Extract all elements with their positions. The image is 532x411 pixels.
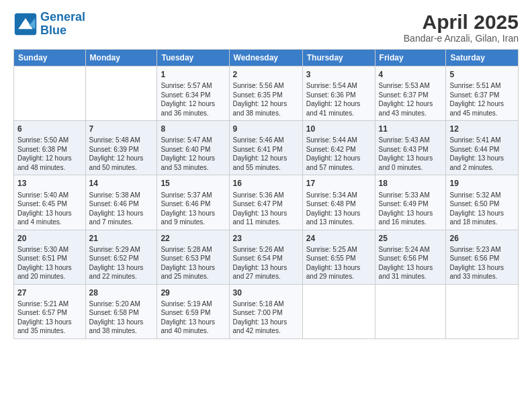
calendar-cell: 9Sunrise: 5:46 AMSunset: 6:41 PMDaylight… bbox=[229, 121, 302, 175]
logo-icon bbox=[13, 12, 38, 36]
day-number: 30 bbox=[233, 287, 299, 298]
daylight-text: Daylight: 13 hours and 42 minutes. bbox=[233, 318, 287, 335]
daylight-text: Daylight: 13 hours and 7 minutes. bbox=[89, 210, 144, 226]
day-number: 25 bbox=[379, 233, 443, 244]
sunrise-text: Sunrise: 5:46 AM bbox=[233, 136, 284, 144]
sunset-text: Sunset: 6:39 PM bbox=[89, 146, 139, 153]
calendar-week-4: 27Sunrise: 5:21 AMSunset: 6:57 PMDayligh… bbox=[14, 284, 519, 338]
daylight-text: Daylight: 12 hours and 41 minutes. bbox=[306, 100, 361, 117]
sunset-text: Sunset: 6:47 PM bbox=[233, 200, 283, 208]
daylight-text: Daylight: 13 hours and 13 minutes. bbox=[306, 210, 361, 226]
daylight-text: Daylight: 13 hours and 20 minutes. bbox=[17, 264, 72, 281]
sunrise-text: Sunrise: 5:38 AM bbox=[89, 191, 140, 199]
sunrise-text: Sunrise: 5:43 AM bbox=[379, 136, 430, 144]
daylight-text: Daylight: 13 hours and 40 minutes. bbox=[161, 318, 215, 335]
sunrise-text: Sunrise: 5:33 AM bbox=[379, 191, 430, 199]
calendar-cell: 24Sunrise: 5:25 AMSunset: 6:55 PMDayligh… bbox=[302, 230, 375, 284]
sunset-text: Sunset: 6:58 PM bbox=[89, 309, 139, 316]
day-number: 4 bbox=[379, 69, 443, 80]
sunset-text: Sunset: 6:35 PM bbox=[233, 91, 283, 99]
sunset-text: Sunset: 6:52 PM bbox=[89, 255, 139, 262]
col-header-wednesday: Wednesday bbox=[229, 50, 302, 66]
day-number: 15 bbox=[161, 178, 225, 189]
daylight-text: Daylight: 12 hours and 53 minutes. bbox=[161, 154, 215, 171]
day-number: 20 bbox=[17, 233, 82, 244]
daylight-text: Daylight: 12 hours and 36 minutes. bbox=[161, 100, 215, 117]
sunrise-text: Sunrise: 5:18 AM bbox=[233, 300, 284, 308]
daylight-text: Daylight: 13 hours and 25 minutes. bbox=[161, 264, 215, 281]
sunset-text: Sunset: 6:49 PM bbox=[379, 200, 429, 208]
calendar-cell: 18Sunrise: 5:33 AMSunset: 6:49 PMDayligh… bbox=[375, 175, 446, 230]
daylight-text: Daylight: 13 hours and 11 minutes. bbox=[233, 210, 287, 226]
sunrise-text: Sunrise: 5:28 AM bbox=[161, 246, 212, 253]
sunrise-text: Sunrise: 5:34 AM bbox=[306, 191, 357, 199]
day-number: 8 bbox=[161, 124, 225, 134]
col-header-tuesday: Tuesday bbox=[157, 50, 229, 66]
sunset-text: Sunset: 6:48 PM bbox=[306, 200, 356, 208]
day-number: 3 bbox=[306, 69, 371, 80]
sunrise-text: Sunrise: 5:26 AM bbox=[233, 246, 284, 253]
sunset-text: Sunset: 6:43 PM bbox=[379, 146, 429, 153]
day-number: 1 bbox=[161, 69, 225, 80]
sunrise-text: Sunrise: 5:51 AM bbox=[449, 82, 500, 89]
col-header-sunday: Sunday bbox=[14, 50, 86, 66]
daylight-text: Daylight: 13 hours and 0 minutes. bbox=[379, 154, 433, 171]
calendar-cell: 14Sunrise: 5:38 AMSunset: 6:46 PMDayligh… bbox=[85, 175, 157, 230]
day-number: 2 bbox=[233, 69, 299, 80]
calendar-cell: 22Sunrise: 5:28 AMSunset: 6:53 PMDayligh… bbox=[157, 230, 229, 284]
sunset-text: Sunset: 6:56 PM bbox=[379, 255, 429, 262]
calendar-cell: 28Sunrise: 5:20 AMSunset: 6:58 PMDayligh… bbox=[85, 284, 157, 338]
calendar-cell: 5Sunrise: 5:51 AMSunset: 6:37 PMDaylight… bbox=[446, 66, 519, 121]
sunset-text: Sunset: 6:41 PM bbox=[233, 146, 283, 153]
sunrise-text: Sunrise: 5:41 AM bbox=[449, 136, 500, 144]
day-number: 5 bbox=[449, 69, 515, 80]
calendar-cell: 7Sunrise: 5:48 AMSunset: 6:39 PMDaylight… bbox=[85, 121, 157, 175]
sunset-text: Sunset: 6:53 PM bbox=[161, 255, 210, 262]
sunrise-text: Sunrise: 5:54 AM bbox=[306, 82, 357, 89]
day-number: 9 bbox=[233, 124, 299, 134]
day-number: 26 bbox=[449, 233, 515, 244]
calendar-cell: 4Sunrise: 5:53 AMSunset: 6:37 PMDaylight… bbox=[375, 66, 446, 121]
day-number: 22 bbox=[161, 233, 225, 244]
daylight-text: Daylight: 12 hours and 50 minutes. bbox=[89, 154, 144, 171]
calendar-cell bbox=[14, 66, 86, 121]
col-header-friday: Friday bbox=[375, 50, 446, 66]
sunset-text: Sunset: 6:46 PM bbox=[161, 200, 210, 208]
day-number: 29 bbox=[161, 287, 225, 298]
sunrise-text: Sunrise: 5:48 AM bbox=[89, 136, 140, 144]
daylight-text: Daylight: 12 hours and 45 minutes. bbox=[449, 100, 504, 117]
sunrise-text: Sunrise: 5:21 AM bbox=[17, 300, 69, 308]
daylight-text: Daylight: 13 hours and 33 minutes. bbox=[449, 264, 504, 281]
calendar-week-3: 20Sunrise: 5:30 AMSunset: 6:51 PMDayligh… bbox=[14, 230, 519, 284]
calendar-cell: 20Sunrise: 5:30 AMSunset: 6:51 PMDayligh… bbox=[14, 230, 86, 284]
calendar-cell: 21Sunrise: 5:29 AMSunset: 6:52 PMDayligh… bbox=[85, 230, 157, 284]
sunset-text: Sunset: 6:55 PM bbox=[306, 255, 356, 262]
sunrise-text: Sunrise: 5:44 AM bbox=[306, 136, 357, 144]
logo-text: General Blue bbox=[40, 11, 85, 38]
day-number: 6 bbox=[17, 124, 82, 134]
sunset-text: Sunset: 6:42 PM bbox=[306, 146, 356, 153]
calendar-cell: 23Sunrise: 5:26 AMSunset: 6:54 PMDayligh… bbox=[229, 230, 302, 284]
sunrise-text: Sunrise: 5:29 AM bbox=[89, 246, 140, 253]
sunrise-text: Sunrise: 5:40 AM bbox=[17, 191, 69, 199]
calendar-cell: 19Sunrise: 5:32 AMSunset: 6:50 PMDayligh… bbox=[446, 175, 519, 230]
day-number: 28 bbox=[89, 287, 154, 298]
sunrise-text: Sunrise: 5:23 AM bbox=[449, 246, 500, 253]
sunset-text: Sunset: 6:54 PM bbox=[233, 255, 283, 262]
sunrise-text: Sunrise: 5:47 AM bbox=[161, 136, 212, 144]
sunrise-text: Sunrise: 5:57 AM bbox=[161, 82, 212, 89]
calendar-cell: 29Sunrise: 5:19 AMSunset: 6:59 PMDayligh… bbox=[157, 284, 229, 338]
calendar-cell: 27Sunrise: 5:21 AMSunset: 6:57 PMDayligh… bbox=[14, 284, 86, 338]
day-number: 19 bbox=[449, 178, 515, 189]
calendar-cell: 2Sunrise: 5:56 AMSunset: 6:35 PMDaylight… bbox=[229, 66, 302, 121]
sunrise-text: Sunrise: 5:32 AM bbox=[449, 191, 500, 199]
calendar-cell: 12Sunrise: 5:41 AMSunset: 6:44 PMDayligh… bbox=[446, 121, 519, 175]
sunset-text: Sunset: 7:00 PM bbox=[233, 309, 283, 316]
sunset-text: Sunset: 6:51 PM bbox=[17, 255, 67, 262]
day-number: 12 bbox=[449, 124, 515, 134]
sunrise-text: Sunrise: 5:24 AM bbox=[379, 246, 430, 253]
calendar-cell: 17Sunrise: 5:34 AMSunset: 6:48 PMDayligh… bbox=[302, 175, 375, 230]
subtitle: Bandar-e Anzali, Gilan, Iran bbox=[404, 33, 519, 44]
sunrise-text: Sunrise: 5:56 AM bbox=[233, 82, 284, 89]
main-title: April 2025 bbox=[404, 11, 519, 33]
